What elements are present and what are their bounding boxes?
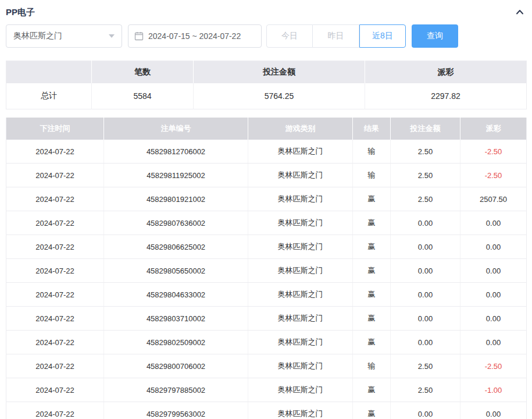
cell-result: 赢 <box>353 187 391 211</box>
cell-order-id: 45829797885002 <box>104 378 248 402</box>
cell-bet-time: 2024-07-22 <box>6 235 104 259</box>
cell-payout: 0.00 <box>460 211 527 235</box>
header-result: 结果 <box>353 118 391 140</box>
summary-total-label: 总计 <box>6 83 92 109</box>
table-row: 2024-07-22 45829799563002 奥林匹斯之门 赢 0.00 … <box>6 402 527 419</box>
game-select[interactable]: 奥林匹斯之门 <box>6 24 122 48</box>
page-title: PP电子 <box>6 7 35 18</box>
summary-table: 笔数 投注金额 派彩 总计 5584 5764.25 2297.82 <box>6 61 527 109</box>
game-select-value: 奥林匹斯之门 <box>13 31 62 41</box>
cell-bet-amount: 0.00 <box>391 235 460 259</box>
cell-payout: 0.00 <box>460 283 527 307</box>
table-row: 2024-07-22 45829806625002 奥林匹斯之门 赢 0.00 … <box>6 235 527 259</box>
table-row: 2024-07-22 45829807636002 奥林匹斯之门 赢 0.00 … <box>6 211 527 235</box>
quick-date-buttons: 今日 昨日 近8日 <box>266 24 406 48</box>
cell-payout: 0.00 <box>460 259 527 283</box>
summary-payout-value: 2297.82 <box>365 83 527 109</box>
cell-game-category: 奥林匹斯之门 <box>248 307 353 331</box>
summary-header-payout: 派彩 <box>365 61 527 84</box>
cell-game-category: 奥林匹斯之门 <box>248 259 353 283</box>
header-bet-amount: 投注金额 <box>391 118 460 140</box>
table-row: 2024-07-22 45829803710002 奥林匹斯之门 赢 0.00 … <box>6 307 527 331</box>
table-row: 2024-07-22 45829805650002 奥林匹斯之门 赢 0.00 … <box>6 259 527 283</box>
cell-result: 输 <box>353 164 391 187</box>
table-row: 2024-07-22 45829812706002 奥林匹斯之门 输 2.50 … <box>6 140 527 164</box>
cell-payout: -2.50 <box>460 140 527 164</box>
cell-payout: 0.00 <box>460 331 527 354</box>
cell-result: 赢 <box>353 211 391 235</box>
cell-game-category: 奥林匹斯之门 <box>248 283 353 307</box>
cell-game-category: 奥林匹斯之门 <box>248 140 353 164</box>
cell-result: 输 <box>353 140 391 164</box>
cell-bet-time: 2024-07-22 <box>6 211 104 235</box>
header-game-category: 游戏类别 <box>248 118 353 140</box>
records-panel: PP电子 奥林匹斯之门 2024-07-15 ~ 2024-07-22 <box>0 0 532 419</box>
cell-bet-time: 2024-07-22 <box>6 187 104 211</box>
cell-payout: 2507.50 <box>460 187 527 211</box>
cell-bet-time: 2024-07-22 <box>6 259 104 283</box>
cell-payout: 0.00 <box>460 307 527 331</box>
cell-result: 输 <box>353 354 391 378</box>
cell-game-category: 奥林匹斯之门 <box>248 235 353 259</box>
cell-bet-amount: 2.50 <box>391 354 460 378</box>
cell-order-id: 45829799563002 <box>104 402 248 419</box>
header-order-id: 注单编号 <box>104 118 248 140</box>
cell-bet-amount: 0.00 <box>391 331 460 354</box>
summary-header-blank <box>6 61 92 84</box>
cell-result: 赢 <box>353 259 391 283</box>
cell-game-category: 奥林匹斯之门 <box>248 211 353 235</box>
query-button[interactable]: 查询 <box>412 24 458 48</box>
cell-bet-amount: 2.50 <box>391 140 460 164</box>
summary-header-row: 笔数 投注金额 派彩 <box>6 61 527 84</box>
yesterday-button[interactable]: 昨日 <box>313 24 359 48</box>
summary-count-value: 5584 <box>92 83 194 109</box>
cell-order-id: 45829802509002 <box>104 331 248 354</box>
filter-bar: 奥林匹斯之门 2024-07-15 ~ 2024-07-22 今日 昨日 近8日… <box>6 24 526 48</box>
collapse-chevron-up-icon[interactable] <box>513 6 526 19</box>
header-bet-time: 下注时间 <box>6 118 104 140</box>
cell-order-id: 45829806625002 <box>104 235 248 259</box>
cell-bet-time: 2024-07-22 <box>6 378 104 402</box>
cell-bet-amount: 0.00 <box>391 211 460 235</box>
header-payout: 派彩 <box>460 118 527 140</box>
cell-result: 赢 <box>353 331 391 354</box>
summary-header-count: 笔数 <box>92 61 194 84</box>
table-row: 2024-07-22 45829800706002 奥林匹斯之门 输 2.50 … <box>6 354 527 378</box>
cell-result: 赢 <box>353 235 391 259</box>
cell-order-id: 45829807636002 <box>104 211 248 235</box>
cell-bet-time: 2024-07-22 <box>6 140 104 164</box>
cell-payout: 0.00 <box>460 402 527 419</box>
date-range-input[interactable]: 2024-07-15 ~ 2024-07-22 <box>128 24 262 48</box>
last-8-days-button[interactable]: 近8日 <box>359 24 406 48</box>
cell-game-category: 奥林匹斯之门 <box>248 378 353 402</box>
cell-bet-time: 2024-07-22 <box>6 331 104 354</box>
panel-header: PP电子 <box>6 0 526 24</box>
summary-bet-amount-value: 5764.25 <box>194 83 365 109</box>
table-row: 2024-07-22 45829797885002 奥林匹斯之门 赢 2.50 … <box>6 378 527 402</box>
cell-game-category: 奥林匹斯之门 <box>248 402 353 419</box>
cell-order-id: 45829801921002 <box>104 187 248 211</box>
cell-bet-amount: 2.50 <box>391 378 460 402</box>
cell-result: 赢 <box>353 283 391 307</box>
cell-order-id: 45829812706002 <box>104 140 248 164</box>
cell-bet-time: 2024-07-22 <box>6 164 104 187</box>
cell-bet-amount: 0.00 <box>391 402 460 419</box>
summary-header-bet-amount: 投注金额 <box>194 61 365 84</box>
cell-bet-amount: 0.00 <box>391 259 460 283</box>
table-row: 2024-07-22 45829811925002 奥林匹斯之门 输 2.50 … <box>6 164 527 187</box>
table-row: 2024-07-22 45829801921002 奥林匹斯之门 赢 2.50 … <box>6 187 527 211</box>
chevron-down-icon <box>109 34 115 38</box>
summary-total-row: 总计 5584 5764.25 2297.82 <box>6 83 527 109</box>
cell-payout: -1.00 <box>460 378 527 402</box>
cell-order-id: 45829803710002 <box>104 307 248 331</box>
cell-bet-time: 2024-07-22 <box>6 354 104 378</box>
cell-game-category: 奥林匹斯之门 <box>248 354 353 378</box>
cell-bet-time: 2024-07-22 <box>6 307 104 331</box>
date-range-value: 2024-07-15 ~ 2024-07-22 <box>148 31 241 41</box>
today-button[interactable]: 今日 <box>266 24 313 48</box>
cell-game-category: 奥林匹斯之门 <box>248 331 353 354</box>
cell-bet-time: 2024-07-22 <box>6 402 104 419</box>
cell-payout: -2.50 <box>460 164 527 187</box>
calendar-icon <box>134 31 144 41</box>
table-row: 2024-07-22 45829804633002 奥林匹斯之门 赢 0.00 … <box>6 283 527 307</box>
